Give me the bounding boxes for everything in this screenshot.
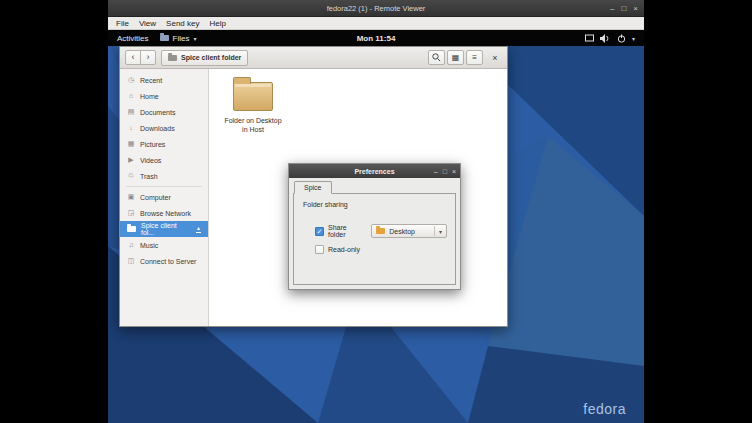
close-icon[interactable]: × — [452, 168, 456, 175]
computer-icon: ▣ — [127, 193, 135, 201]
screen: fedora22 (1) - Remote Viewer – □ × File … — [0, 0, 752, 423]
sidebar-item-downloads[interactable]: ↓Downloads — [120, 120, 208, 136]
desktop: fedora ‹ › Spice client folder — [108, 46, 644, 423]
sidebar-item-label: Browse Network — [140, 210, 191, 217]
sidebar-item-computer[interactable]: ▣Computer — [120, 189, 208, 205]
sidebar-item-browse-network[interactable]: ◲Browse Network — [120, 205, 208, 221]
preferences-dialog: Preferences – □ × Spice Folder sharing ✓ — [288, 163, 461, 290]
sidebar-item-documents[interactable]: ▤Documents — [120, 104, 208, 120]
view-options-button[interactable]: ≡ — [466, 50, 483, 65]
menu-icon: ≡ — [472, 53, 477, 62]
grid-view-button[interactable]: ▦ — [447, 50, 464, 65]
system-status-area[interactable]: ▾ — [585, 34, 644, 43]
app-menu-label: Files — [173, 34, 190, 43]
volume-icon — [600, 34, 611, 43]
remote-viewer-titlebar[interactable]: fedora22 (1) - Remote Viewer – □ × — [108, 0, 644, 17]
sidebar-item-pictures[interactable]: ▦Pictures — [120, 136, 208, 152]
menu-send-key[interactable]: Send key — [161, 19, 204, 28]
maximize-icon[interactable]: □ — [443, 168, 447, 175]
breadcrumb[interactable]: Spice client folder — [161, 50, 248, 66]
close-icon: × — [492, 53, 497, 63]
chevron-down-icon: ▾ — [632, 35, 635, 42]
sidebar-item-label: Connect to Server — [140, 258, 196, 265]
folder-item[interactable]: Folder on Desktop in Host — [217, 75, 289, 135]
sidebar-item-label: Music — [140, 242, 158, 249]
folder-icon — [127, 226, 136, 232]
folder-item-label: Folder on Desktop in Host — [224, 116, 281, 135]
sidebar-item-label: Home — [140, 93, 159, 100]
download-icon: ↓ — [127, 124, 135, 132]
share-folder-checkbox[interactable]: ✓ — [315, 227, 324, 236]
sidebar-item-spice-client-folder[interactable]: Spice client fol...▲ — [120, 221, 208, 237]
maximize-icon[interactable]: □ — [621, 4, 626, 13]
music-icon: ♫ — [127, 241, 135, 249]
menu-help[interactable]: Help — [204, 19, 230, 28]
remote-viewer-window-controls: – □ × — [610, 0, 638, 17]
share-folder-label: Share folder — [328, 224, 359, 238]
chevron-down-icon: ▾ — [434, 226, 442, 236]
sidebar-item-label: Trash — [140, 173, 158, 180]
gnome-top-bar: Activities Files ▾ Mon 11:54 ▾ — [108, 30, 644, 46]
check-icon: ✓ — [317, 228, 323, 235]
sidebar-item-label: Computer — [140, 194, 171, 201]
close-icon[interactable]: × — [633, 4, 638, 13]
preferences-window-controls: – □ × — [434, 164, 456, 178]
spice-tab-page: Folder sharing ✓ Share folder Desktop ▾ — [293, 193, 456, 285]
sidebar-separator — [126, 186, 202, 187]
breadcrumb-label: Spice client folder — [181, 54, 241, 61]
app-menu-button[interactable]: Files ▾ — [160, 34, 197, 43]
menu-file[interactable]: File — [111, 19, 134, 28]
remote-viewer-window: fedora22 (1) - Remote Viewer – □ × File … — [108, 0, 644, 423]
tab-spice[interactable]: Spice — [294, 181, 332, 194]
remote-viewer-title: fedora22 (1) - Remote Viewer — [327, 4, 426, 13]
document-icon: ▤ — [127, 108, 135, 116]
back-button[interactable]: ‹ — [125, 50, 141, 65]
fedora-logo: fedora — [583, 401, 626, 417]
power-icon — [617, 34, 626, 43]
forward-button[interactable]: › — [140, 50, 156, 65]
sidebar-item-videos[interactable]: ▶Videos — [120, 152, 208, 168]
trash-icon: ♲ — [127, 172, 135, 180]
sidebar-item-label: Spice client fol... — [141, 222, 191, 236]
menu-view[interactable]: View — [134, 19, 161, 28]
desktop-folder-icon — [376, 228, 385, 234]
sidebar-item-connect-to-server[interactable]: ◫Connect to Server — [120, 253, 208, 269]
network-icon: ◲ — [127, 209, 135, 217]
sidebar-item-trash[interactable]: ♲Trash — [120, 168, 208, 184]
sidebar-item-label: Documents — [140, 109, 175, 116]
minimize-icon[interactable]: – — [610, 4, 614, 13]
folder-select-dropdown[interactable]: Desktop ▾ — [371, 224, 447, 238]
screen-icon — [585, 34, 594, 42]
grid-icon: ▦ — [452, 53, 460, 62]
remote-viewer-menubar: File View Send key Help — [108, 17, 644, 30]
folder-item-label-line1: Folder on Desktop — [224, 116, 281, 125]
image-icon: ▦ — [127, 140, 135, 148]
clock-button[interactable]: Mon 11:54 — [357, 34, 396, 43]
read-only-label: Read-only — [328, 246, 360, 253]
sidebar-item-label: Downloads — [140, 125, 175, 132]
preferences-titlebar[interactable]: Preferences – □ × — [289, 164, 460, 178]
sidebar-item-home[interactable]: ⌂Home — [120, 88, 208, 104]
video-icon: ▶ — [127, 156, 135, 164]
sidebar-item-recent[interactable]: ◷Recent — [120, 72, 208, 88]
files-sidebar: ◷Recent ⌂Home ▤Documents ↓Downloads ▦Pic… — [120, 69, 209, 326]
sidebar-item-label: Videos — [140, 157, 161, 164]
server-icon: ◫ — [127, 257, 135, 265]
chevron-down-icon: ▾ — [193, 35, 196, 42]
sidebar-item-label: Pictures — [140, 141, 165, 148]
search-button[interactable] — [428, 50, 445, 65]
preferences-body: Spice Folder sharing ✓ Share folder Desk… — [289, 178, 460, 289]
eject-icon[interactable]: ▲ — [196, 226, 201, 233]
files-close-button[interactable]: × — [488, 50, 502, 65]
folder-sharing-label: Folder sharing — [303, 201, 447, 208]
minimize-icon[interactable]: – — [434, 168, 438, 175]
preferences-title: Preferences — [354, 168, 394, 175]
files-headerbar: ‹ › Spice client folder ▦ ≡ × — [120, 47, 507, 69]
folder-icon — [233, 82, 273, 111]
clock-icon: ◷ — [127, 76, 135, 84]
activities-button[interactable]: Activities — [117, 34, 149, 43]
search-icon — [432, 53, 441, 62]
read-only-checkbox[interactable] — [315, 245, 324, 254]
sidebar-item-music[interactable]: ♫Music — [120, 237, 208, 253]
folder-item-label-line2: in Host — [224, 125, 281, 134]
